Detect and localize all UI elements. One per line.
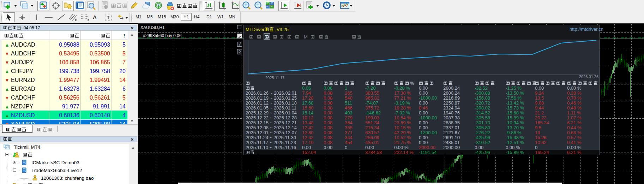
svg-text:E: E: [75, 19, 77, 22]
svg-text:F: F: [88, 19, 89, 22]
svg-text:T: T: [107, 15, 110, 20]
